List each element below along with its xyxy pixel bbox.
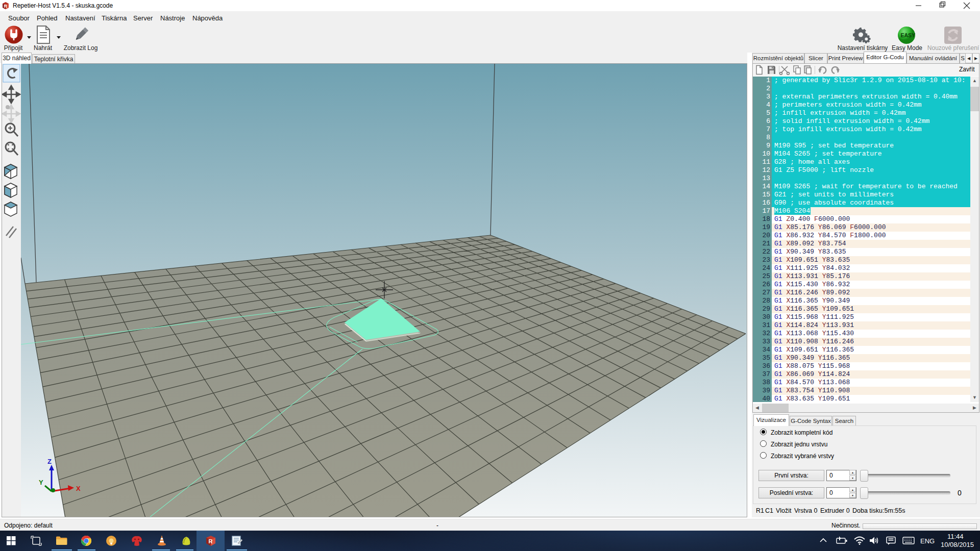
svg-text:Y: Y: [39, 479, 43, 486]
svg-text:EASY: EASY: [901, 32, 916, 38]
svg-text:Z: Z: [47, 458, 52, 465]
svg-text:R: R: [209, 538, 213, 544]
svg-text:X: X: [76, 485, 81, 492]
svg-text:R: R: [4, 4, 8, 9]
